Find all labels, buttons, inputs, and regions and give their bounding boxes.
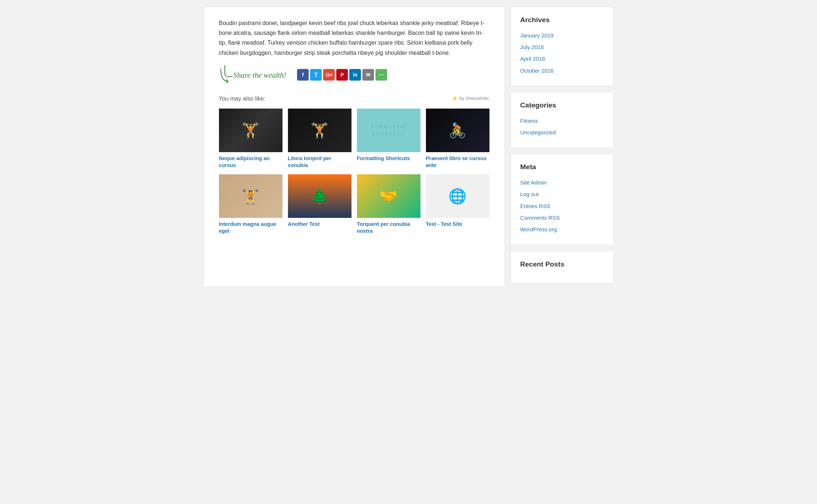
- sidebar-divider-2: [511, 151, 613, 154]
- recent-posts-section: Recent Posts: [511, 252, 613, 283]
- card-torquent-image: [357, 174, 420, 218]
- share-label: Share the wealth!: [233, 69, 286, 81]
- sidebar-divider-1: [511, 89, 613, 93]
- cards-row-2: Interdum magna augue eget Another Test T…: [219, 174, 489, 234]
- card-another-title[interactable]: Another Test: [288, 221, 351, 228]
- categories-section: Categories Fitness Uncategorized: [511, 93, 613, 147]
- card-litora[interactable]: Litora torqent per conubia: [288, 109, 351, 168]
- card-neque-title[interactable]: Neque adipiscing an cursus: [219, 155, 283, 168]
- recent-posts-title: Recent Posts: [520, 259, 604, 270]
- googleplus-share-button[interactable]: G+: [323, 69, 335, 81]
- card-another-image: [288, 174, 351, 218]
- share-icons: f 𝕋 G+ P in ✉ ⋯: [297, 69, 387, 81]
- sidebar-divider-3: [511, 248, 613, 252]
- category-link-uncategorized[interactable]: Uncategorized: [520, 128, 604, 137]
- formatting-placeholder-text: FORMATTINSHORTCUT: [371, 123, 406, 137]
- card-formatting-image: FORMATTINSHORTCUT: [357, 109, 420, 152]
- pinterest-share-button[interactable]: P: [336, 69, 348, 81]
- meta-link-log-out[interactable]: Log out: [520, 190, 604, 199]
- sidebar: Archives January 2019 July 2018 April 20…: [504, 7, 613, 286]
- meta-link-site-admin[interactable]: Site Admin: [520, 178, 604, 187]
- archive-link-jul2018[interactable]: July 2018: [520, 43, 604, 52]
- archive-link-jan2019[interactable]: January 2019: [520, 31, 604, 40]
- facebook-share-button[interactable]: f: [297, 69, 309, 81]
- card-litora-image: [288, 109, 351, 152]
- card-test-site-title[interactable]: Test - Test Site: [426, 221, 489, 228]
- categories-title: Categories: [520, 100, 604, 111]
- card-litora-title[interactable]: Litora torqent per conubia: [288, 155, 351, 168]
- meta-link-entries-rss[interactable]: Entries RSS: [520, 202, 604, 211]
- card-another[interactable]: Another Test: [288, 174, 351, 234]
- cards-row-1: Neque adipiscing an cursus Litora torqen…: [219, 109, 489, 168]
- card-praesent[interactable]: Praesent libro se cursus ante: [426, 109, 489, 168]
- linkedin-share-button[interactable]: in: [349, 69, 361, 81]
- card-interdum-title[interactable]: Interdum magna augue eget: [219, 221, 283, 234]
- card-formatting[interactable]: FORMATTINSHORTCUT Formatting Shortcuts: [357, 109, 420, 168]
- you-may-like-text: You may also like:: [219, 94, 265, 103]
- card-formatting-title[interactable]: Formatting Shortcuts: [357, 155, 420, 162]
- more-share-button[interactable]: ⋯: [375, 69, 387, 81]
- archives-title: Archives: [520, 15, 604, 26]
- article-text: Boudin pastrami doner, landjaeger kevin …: [219, 18, 489, 58]
- card-praesent-image: [426, 109, 489, 152]
- archives-section: Archives January 2019 July 2018 April 20…: [511, 7, 613, 85]
- main-content: Boudin pastrami doner, landjaeger kevin …: [204, 7, 504, 286]
- card-neque-image: [219, 109, 283, 152]
- card-interdum[interactable]: Interdum magna augue eget: [219, 174, 283, 234]
- card-torquent[interactable]: Torquent per conubia nostra: [357, 174, 420, 234]
- by-shareaholic: ⚡ by shareaholic: [451, 94, 489, 103]
- twitter-share-button[interactable]: 𝕋: [310, 69, 322, 81]
- card-interdum-image: [219, 174, 283, 218]
- meta-link-wordpress[interactable]: WordPress.org: [520, 225, 604, 234]
- share-section: Share the wealth! f 𝕋 G+ P in ✉ ⋯: [219, 67, 489, 83]
- card-test-site-image: [426, 174, 489, 218]
- email-share-button[interactable]: ✉: [362, 69, 374, 81]
- meta-link-comments-rss[interactable]: Comments RSS: [520, 214, 604, 222]
- archive-link-apr2018[interactable]: April 2018: [520, 54, 604, 63]
- meta-section: Meta Site Admin Log out Entries RSS Comm…: [511, 154, 613, 244]
- card-torquent-title[interactable]: Torquent per conubia nostra: [357, 221, 420, 234]
- meta-title: Meta: [520, 162, 604, 173]
- card-neque[interactable]: Neque adipiscing an cursus: [219, 109, 283, 168]
- archive-link-oct2016[interactable]: October 2016: [520, 66, 604, 75]
- bolt-icon: ⚡: [451, 94, 458, 103]
- category-link-fitness[interactable]: Fitness: [520, 117, 604, 125]
- you-may-like-section: You may also like: ⚡ by shareaholic: [219, 94, 489, 103]
- card-praesent-title[interactable]: Praesent libro se cursus ante: [426, 155, 489, 168]
- card-test-site[interactable]: Test - Test Site: [426, 174, 489, 234]
